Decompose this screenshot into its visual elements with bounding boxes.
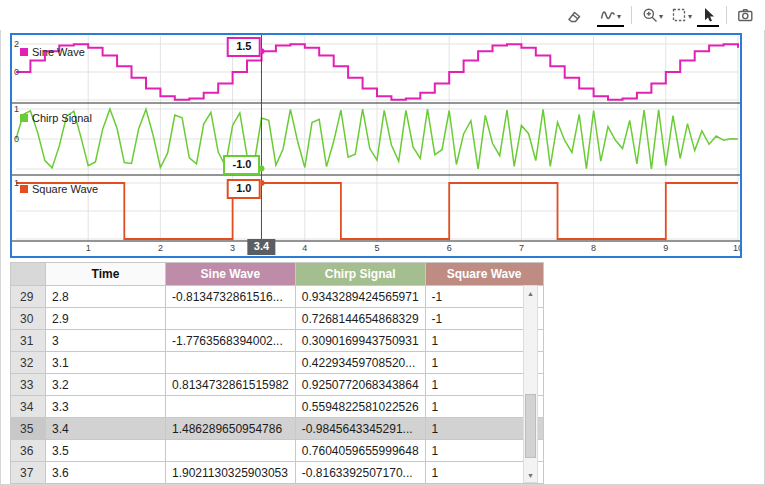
cell-sine-wave[interactable]: 1.9021130325903053 [166,462,296,484]
legend-swatch [20,114,28,122]
header-chirp-signal: Chirp Signal [295,263,425,286]
toolbar-separator [631,6,632,24]
cell-sine-wave[interactable] [166,352,296,374]
x-tick-label: 6 [447,243,452,253]
y-tick-label: 1 [14,178,19,188]
header-sine-wave: Sine Wave [166,263,296,286]
row-index-cell[interactable]: 31 [11,330,46,352]
row-index-cell[interactable]: 36 [11,440,46,462]
chevron-down-icon[interactable]: ▾ [659,13,663,21]
pointer-button[interactable] [697,4,719,27]
cell-time[interactable]: 3.3 [46,396,166,418]
camera-icon [737,7,754,23]
table-row[interactable]: 313-1.7763568394002...0.3090169943750931… [11,330,544,352]
cell-time[interactable]: 2.9 [46,308,166,330]
legend-swatch [20,48,28,56]
scope-plot-area[interactable]: 2010112345678910Sine WaveChirp SignalSqu… [10,33,742,258]
header-time: Time [46,263,166,286]
x-tick-label: 4 [302,243,307,253]
x-tick-label: 2 [158,243,163,253]
x-tick-label: 10 [733,243,740,253]
marquee-select-icon [671,7,687,23]
legend-label: Sine Wave [32,46,85,58]
table-row[interactable]: 343.30.55948225810225261 [11,396,544,418]
signal-data-table: Time Sine Wave Chirp Signal Square Wave … [10,262,544,484]
scrollbar-thumb[interactable] [525,394,536,458]
row-index-cell[interactable]: 34 [11,396,46,418]
legend-label: Chirp Signal [32,112,92,124]
cursor-time-badge[interactable]: 3.4 [248,239,275,255]
x-tick-label: 5 [374,243,379,253]
marquee-select-button[interactable]: ▾ [668,4,695,27]
chevron-down-icon: ▼ [527,472,534,479]
scope-canvas[interactable]: 2010112345678910Sine WaveChirp SignalSqu… [12,35,740,256]
legend-swatch [20,185,28,193]
chevron-down-icon[interactable]: ▾ [617,13,621,21]
cell-sine-wave[interactable]: 0.8134732861515982 [166,374,296,396]
cell-chirp-signal[interactable]: 0.5594822581022526 [295,396,425,418]
y-tick-label: 0 [14,134,19,144]
cell-sine-wave[interactable] [166,308,296,330]
zoom-button[interactable]: ▾ [639,4,666,27]
cell-time[interactable]: 3 [46,330,166,352]
scroll-up-button[interactable]: ▲ [524,286,537,300]
table-row[interactable]: 353.41.486289650954786-0.9845643345291..… [11,418,544,440]
scroll-down-button[interactable]: ▼ [524,468,537,482]
table-scrollbar[interactable]: ▲ ▼ [523,285,538,483]
cell-chirp-signal[interactable]: 0.3090169943750931 [295,330,425,352]
cell-sine-wave[interactable]: -1.7763568394002... [166,330,296,352]
row-index-cell[interactable]: 33 [11,374,46,396]
row-index-cell[interactable]: 32 [11,352,46,374]
cell-sine-wave[interactable]: -0.8134732861516... [166,286,296,308]
y-tick-label: 1 [14,104,19,114]
table-row[interactable]: 302.90.7268144654868329-1 [11,308,544,330]
cell-time[interactable]: 3.1 [46,352,166,374]
cell-time[interactable]: 3.6 [46,462,166,484]
cursor-value-box[interactable]: -1.0 [224,155,261,175]
table-row[interactable]: 292.8-0.8134732861516...0.93432894245659… [11,286,544,308]
cell-time[interactable]: 3.2 [46,374,166,396]
cell-chirp-signal[interactable]: 0.7604059655999648 [295,440,425,462]
row-index-cell[interactable]: 30 [11,308,46,330]
zoom-in-icon [642,7,658,23]
y-tick-label: 0 [14,67,19,77]
header-square-wave: Square Wave [425,263,543,286]
chevron-down-icon[interactable]: ▾ [688,13,692,21]
camera-button[interactable] [734,4,757,27]
cursor-value-box[interactable]: 1.5 [227,37,260,57]
legend-label: Square Wave [32,183,98,195]
cell-chirp-signal[interactable]: 0.9250772068343864 [295,374,425,396]
x-tick-label: 9 [663,243,668,253]
cell-sine-wave[interactable]: 1.486289650954786 [166,418,296,440]
cell-chirp-signal[interactable]: 0.42293459708520... [295,352,425,374]
cursor-value-box[interactable]: 1.0 [227,179,260,199]
signal-trace-icon [600,7,616,23]
cell-chirp-signal[interactable]: 0.9343289424565971 [295,286,425,308]
table-row[interactable]: 373.61.9021130325903053-0.8163392507170.… [11,462,544,484]
table-row[interactable]: 363.50.76040596559996481 [11,440,544,462]
cell-chirp-signal[interactable]: -0.9845643345291... [295,418,425,440]
table-header-row: Time Sine Wave Chirp Signal Square Wave [11,263,544,286]
table-row[interactable]: 323.10.42293459708520...1 [11,352,544,374]
scope-toolbar: ▾ ▾ ▾ [0,0,765,30]
cell-sine-wave[interactable] [166,396,296,418]
cell-time[interactable]: 3.5 [46,440,166,462]
toolbar-separator [726,6,727,24]
cell-sine-wave[interactable] [166,440,296,462]
chevron-up-icon: ▲ [527,290,534,297]
x-tick-label: 7 [519,243,524,253]
row-index-cell[interactable]: 35 [11,418,46,440]
erase-button[interactable] [563,4,585,27]
signal-trace-button[interactable]: ▾ [597,4,624,27]
cell-chirp-signal[interactable]: -0.8163392507170... [295,462,425,484]
cell-chirp-signal[interactable]: 0.7268144654868329 [295,308,425,330]
cell-time[interactable]: 3.4 [46,418,166,440]
table-row[interactable]: 333.20.81347328615159820.925077206834386… [11,374,544,396]
x-tick-label: 1 [86,243,91,253]
row-index-cell[interactable]: 37 [11,462,46,484]
cell-time[interactable]: 2.8 [46,286,166,308]
row-index-cell[interactable]: 29 [11,286,46,308]
x-tick-label: 8 [591,243,596,253]
eraser-icon [566,7,582,23]
x-tick-label: 3 [230,243,235,253]
